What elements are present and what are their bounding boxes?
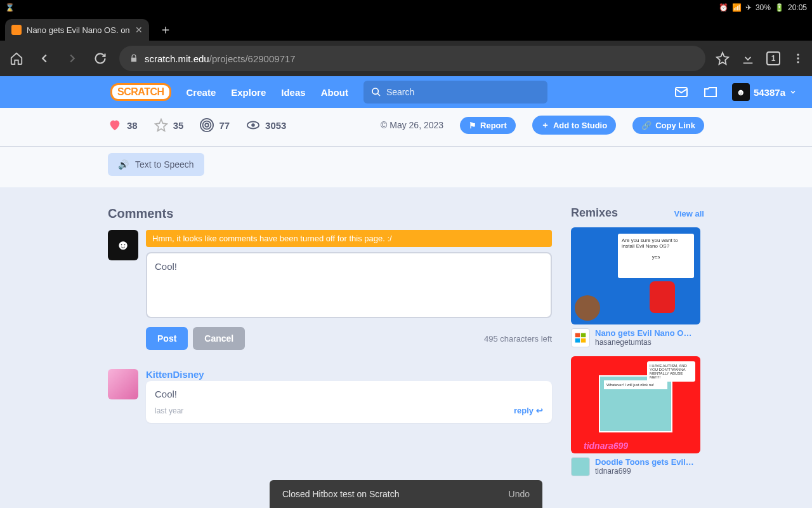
remix-title[interactable]: Doodle Toons gets Evil… (595, 457, 694, 467)
remix-author[interactable]: hasanegetumtas (595, 338, 691, 347)
reply-button[interactable]: reply ↩ (514, 406, 543, 415)
menu-icon[interactable] (792, 52, 804, 65)
browser-tabstrip: Nano gets Evil Nano OS. on ✕ ＋ (0, 15, 812, 41)
speech-icon: 🔊 (118, 159, 129, 170)
reload-button[interactable] (91, 50, 109, 67)
page-content: 38 35 77 3053 © May 26, 202 (0, 108, 812, 508)
nav-ideas[interactable]: Ideas (281, 87, 305, 98)
svg-rect-12 (575, 338, 580, 343)
views-count: 3053 (265, 120, 286, 131)
cancel-button[interactable]: Cancel (193, 327, 245, 350)
back-button[interactable] (36, 50, 53, 67)
svg-point-1 (797, 57, 799, 59)
address-bar[interactable]: scratch.mit.edu/projects/629009717 (119, 46, 705, 71)
battery-icon: 🔋 (775, 3, 784, 12)
svg-rect-13 (581, 338, 586, 343)
search-box[interactable] (363, 81, 547, 104)
stats-row: 38 35 77 3053 © May 26, 202 (0, 108, 812, 147)
current-user-avatar[interactable]: ☻ (108, 230, 138, 260)
username: 54387a (754, 87, 785, 98)
browser-tab[interactable]: Nano gets Evil Nano OS. on ✕ (5, 19, 149, 41)
new-tab-button[interactable]: ＋ (154, 18, 177, 41)
svg-point-9 (251, 123, 255, 127)
search-input[interactable] (386, 87, 540, 97)
stat-loves[interactable]: 38 (108, 118, 138, 132)
messages-icon[interactable] (674, 84, 689, 100)
lock-icon (129, 54, 138, 63)
add-studio-button[interactable]: ＋ Add to Studio (532, 116, 616, 135)
report-button[interactable]: ⚑ Report (460, 117, 516, 134)
remix-thumbnail: Whatever! I will just click no! I HAVE A… (571, 356, 700, 453)
comment-time: last year (155, 406, 183, 415)
snackbar: Closed Hitbox test on Scratch Undo (270, 480, 542, 508)
comments-heading: Comments (108, 206, 173, 221)
remix-dialog-text: Are you sure you want to install Evil Na… (622, 237, 690, 249)
remix-author[interactable]: tidnara699 (595, 467, 694, 476)
svg-point-2 (797, 61, 799, 63)
star-outline-icon (154, 118, 168, 132)
close-tab-icon[interactable]: ✕ (135, 25, 143, 35)
home-button[interactable] (8, 50, 25, 67)
post-button[interactable]: Post (146, 327, 188, 350)
user-avatar: ☻ (732, 83, 750, 101)
nav-explore[interactable]: Explore (231, 87, 266, 98)
favs-count: 35 (173, 120, 184, 131)
svg-point-6 (203, 121, 211, 130)
airplane-icon: ✈ (745, 3, 752, 12)
plus-icon: ＋ (541, 119, 549, 131)
report-label: Report (480, 121, 507, 130)
browser-urlbar: scratch.mit.edu/projects/629009717 1 (0, 41, 812, 76)
remix-card[interactable]: Are you sure you want to install Evil Na… (571, 227, 704, 347)
text-to-speech-extension[interactable]: 🔊 Text to Speech (108, 153, 204, 176)
remix-card[interactable]: Whatever! I will just click no! I HAVE A… (571, 356, 704, 476)
url-host: scratch.mit.edu (145, 53, 209, 64)
svg-point-5 (206, 123, 209, 127)
commenter-avatar[interactable] (108, 369, 138, 399)
stat-favorites[interactable]: 35 (154, 118, 184, 132)
copy-link-button[interactable]: 🔗 Copy Link (632, 117, 704, 134)
remix-thumbnail: Are you sure you want to install Evil Na… (571, 227, 700, 324)
share-date: © May 26, 2023 (381, 120, 443, 130)
comment-item: KittenDisney Cool! last year reply ↩ (108, 369, 552, 423)
mystuff-icon[interactable] (703, 84, 718, 100)
reply-arrow-icon: ↩ (536, 406, 543, 415)
scratch-logo[interactable]: SCRATCH (110, 83, 171, 101)
alarm-icon: ⏰ (719, 3, 728, 12)
svg-rect-11 (581, 333, 586, 338)
remix-icon (200, 118, 214, 132)
url-path: /projects/629009717 (209, 53, 296, 64)
star-icon[interactable] (716, 51, 730, 65)
tab-title: Nano gets Evil Nano OS. on (27, 25, 130, 35)
commenter-username[interactable]: KittenDisney (146, 369, 552, 380)
comment-textarea[interactable] (146, 252, 552, 318)
view-all-remixes[interactable]: View all (674, 209, 704, 218)
nav-create[interactable]: Create (187, 87, 216, 98)
snackbar-text: Closed Hitbox test on Scratch (282, 489, 399, 499)
android-status-bar: ⌛ ⏰ 📶 ✈ 30% 🔋 20:05 (0, 0, 812, 15)
stat-remixes: 77 (200, 118, 230, 132)
scratch-navbar: SCRATCH Create Explore Ideas About ☻ 543… (0, 76, 812, 108)
eye-icon (246, 118, 260, 132)
undo-button[interactable]: Undo (509, 489, 530, 499)
copy-link-label: Copy Link (655, 121, 695, 130)
comment-text: Cool! (155, 389, 543, 399)
add-studio-label: Add to Studio (553, 121, 607, 130)
user-menu[interactable]: ☻ 54387a (732, 83, 797, 101)
comments-off-warning: Hmm, it looks like comments have been tu… (146, 230, 552, 247)
search-icon (371, 87, 381, 97)
reply-label: reply (514, 406, 534, 415)
comment-compose: ☻ Hmm, it looks like comments have been … (108, 230, 552, 350)
tabs-count-icon[interactable]: 1 (766, 51, 780, 65)
download-icon[interactable] (741, 51, 755, 65)
svg-point-3 (372, 88, 378, 94)
nav-about[interactable]: About (321, 87, 348, 98)
battery-percent: 30% (756, 3, 771, 12)
heart-icon (108, 118, 122, 132)
forward-button[interactable] (63, 50, 81, 67)
remix-title[interactable]: Nano gets Evil Nano O… (595, 328, 691, 338)
chars-left: 495 characters left (484, 334, 552, 344)
loves-count: 38 (127, 120, 138, 131)
wifi-icon: 📶 (732, 3, 742, 12)
remix-avatar-icon (571, 457, 590, 476)
remixes-heading: Remixes (571, 206, 674, 220)
